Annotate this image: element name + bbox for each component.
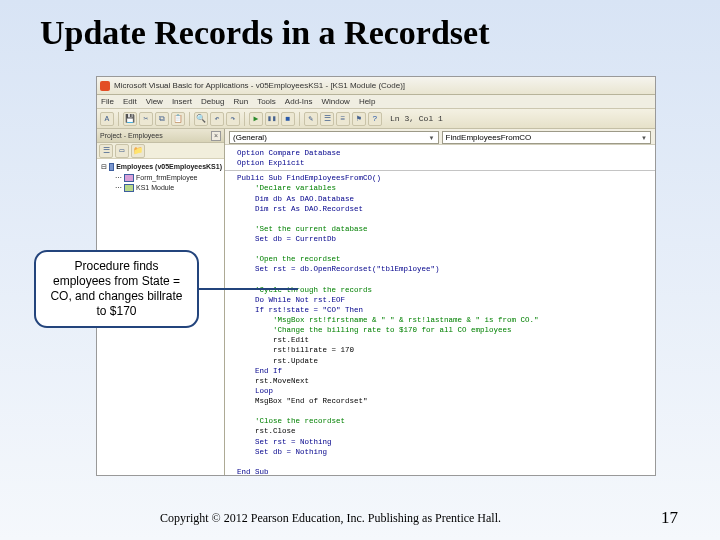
code-line: 'MsgBox rst!firstname & " " & rst!lastna… — [237, 316, 539, 324]
code-navigation-bar: (General) ▼ FindEmployeesFromCO ▼ — [225, 129, 655, 145]
code-line: Do While Not rst.EOF — [237, 296, 345, 304]
project-pane-title: Project - Employees — [100, 132, 163, 139]
view-object-icon[interactable]: ▭ — [115, 144, 129, 158]
menu-view[interactable]: View — [146, 97, 163, 106]
code-line: If rst!state = "CO" Then — [237, 306, 363, 314]
cursor-position: Ln 3, Col 1 — [390, 114, 443, 123]
tree-module-label: KS1 Module — [136, 183, 174, 194]
toolbar-sep — [118, 112, 119, 126]
page-number: 17 — [661, 508, 678, 528]
code-line: Set rst = db.OpenRecordset("tblEmployee"… — [237, 265, 440, 273]
callout-box: Procedure finds employees from State = C… — [34, 250, 199, 328]
view-access-icon[interactable]: A — [100, 112, 114, 126]
code-line: End If — [237, 367, 282, 375]
code-line: End Sub — [237, 468, 269, 475]
leaf-icon: ⋯ — [115, 183, 122, 194]
code-line: MsgBox "End of Recordset" — [237, 397, 368, 405]
find-icon[interactable]: 🔍 — [194, 112, 208, 126]
code-line: 'Close the recordset — [237, 417, 345, 425]
toggle-folders-icon[interactable]: 📁 — [131, 144, 145, 158]
code-line: 'Declare variables — [237, 184, 336, 192]
menu-debug[interactable]: Debug — [201, 97, 225, 106]
callout-connector — [198, 288, 298, 290]
menu-file[interactable]: File — [101, 97, 114, 106]
properties-icon[interactable]: ≡ — [336, 112, 350, 126]
code-editor[interactable]: Option Compare Database Option Explicit … — [225, 145, 655, 475]
code-line: 'Set the current database — [237, 225, 368, 233]
cut-icon[interactable]: ✂ — [139, 112, 153, 126]
code-line: 'Open the recordset — [237, 255, 341, 263]
paste-icon[interactable]: 📋 — [171, 112, 185, 126]
toolbar-sep — [189, 112, 190, 126]
procedure-dropdown-value: FindEmployeesFromCO — [446, 133, 532, 142]
object-browser-icon[interactable]: ⚑ — [352, 112, 366, 126]
copyright-text: Copyright © 2012 Pearson Education, Inc.… — [0, 511, 661, 526]
tree-item-module[interactable]: ⋯ KS1 Module — [101, 183, 222, 194]
code-pane: (General) ▼ FindEmployeesFromCO ▼ Option… — [225, 129, 655, 475]
code-line: Set db = CurrentDb — [237, 235, 336, 243]
tree-item-form[interactable]: ⋯ Form_frmEmployee — [101, 173, 222, 184]
app-icon — [100, 81, 110, 91]
reset-icon[interactable]: ■ — [281, 112, 295, 126]
object-dropdown-value: (General) — [233, 133, 267, 142]
procedure-separator — [225, 170, 655, 171]
code-line: Loop — [237, 387, 273, 395]
slide-container: Update Records in a Recordset Procedure … — [0, 0, 720, 540]
code-line: rst.Update — [237, 357, 318, 365]
project-icon — [109, 163, 114, 171]
design-mode-icon[interactable]: ✎ — [304, 112, 318, 126]
project-toolbar: ☰ ▭ 📁 — [97, 143, 224, 159]
slide-footer: Copyright © 2012 Pearson Education, Inc.… — [0, 508, 720, 528]
menu-addins[interactable]: Add-Ins — [285, 97, 313, 106]
code-line: 'Change the billing rate to $170 for all… — [237, 326, 512, 334]
menu-tools[interactable]: Tools — [257, 97, 276, 106]
copy-icon[interactable]: ⧉ — [155, 112, 169, 126]
chevron-down-icon: ▼ — [429, 135, 435, 141]
expand-icon[interactable]: ⊟ — [101, 162, 107, 173]
code-line: Option Compare Database — [237, 149, 341, 157]
leaf-icon: ⋯ — [115, 173, 122, 184]
form-icon — [124, 174, 134, 182]
module-icon — [124, 184, 134, 192]
code-line: rst.Edit — [237, 336, 309, 344]
code-line: Dim rst As DAO.Recordset — [237, 205, 363, 213]
code-line: rst.MoveNext — [237, 377, 309, 385]
code-line: Dim db As DAO.Database — [237, 195, 354, 203]
toolbar-sep — [299, 112, 300, 126]
titlebar[interactable]: Microsoft Visual Basic for Applications … — [97, 77, 655, 95]
procedure-dropdown[interactable]: FindEmployeesFromCO ▼ — [442, 131, 652, 144]
object-dropdown[interactable]: (General) ▼ — [229, 131, 439, 144]
code-line: Public Sub FindEmployeesFromCO() — [237, 174, 381, 182]
tree-form-label: Form_frmEmployee — [136, 173, 197, 184]
toolbar: A 💾 ✂ ⧉ 📋 🔍 ↶ ↷ ▶ ▮▮ ■ ✎ ☰ ≡ ⚑ ? Ln 3, C… — [97, 109, 655, 129]
toolbar-sep — [244, 112, 245, 126]
project-explorer-icon[interactable]: ☰ — [320, 112, 334, 126]
view-code-icon[interactable]: ☰ — [99, 144, 113, 158]
code-line: Set rst = Nothing — [237, 438, 332, 446]
undo-icon[interactable]: ↶ — [210, 112, 224, 126]
code-line: Option Explicit — [237, 159, 305, 167]
menu-insert[interactable]: Insert — [172, 97, 192, 106]
menu-run[interactable]: Run — [233, 97, 248, 106]
menu-window[interactable]: Window — [321, 97, 349, 106]
redo-icon[interactable]: ↷ — [226, 112, 240, 126]
run-icon[interactable]: ▶ — [249, 112, 263, 126]
tree-root[interactable]: ⊟ Employees (v05EmployeesKS1) — [101, 162, 222, 173]
code-line: Set db = Nothing — [237, 448, 327, 456]
code-line: rst!billrate = 170 — [237, 346, 354, 354]
project-pane-header: Project - Employees × — [97, 129, 224, 143]
help-icon[interactable]: ? — [368, 112, 382, 126]
save-icon[interactable]: 💾 — [123, 112, 137, 126]
menu-edit[interactable]: Edit — [123, 97, 137, 106]
tree-root-label: Employees (v05EmployeesKS1) — [116, 162, 222, 173]
chevron-down-icon: ▼ — [641, 135, 647, 141]
menu-help[interactable]: Help — [359, 97, 375, 106]
menubar: File Edit View Insert Debug Run Tools Ad… — [97, 95, 655, 109]
close-icon[interactable]: × — [211, 131, 221, 141]
window-title: Microsoft Visual Basic for Applications … — [114, 81, 405, 90]
slide-title: Update Records in a Recordset — [30, 14, 690, 52]
break-icon[interactable]: ▮▮ — [265, 112, 279, 126]
code-line: rst.Close — [237, 427, 296, 435]
callout-text: Procedure finds employees from State = C… — [50, 259, 182, 318]
